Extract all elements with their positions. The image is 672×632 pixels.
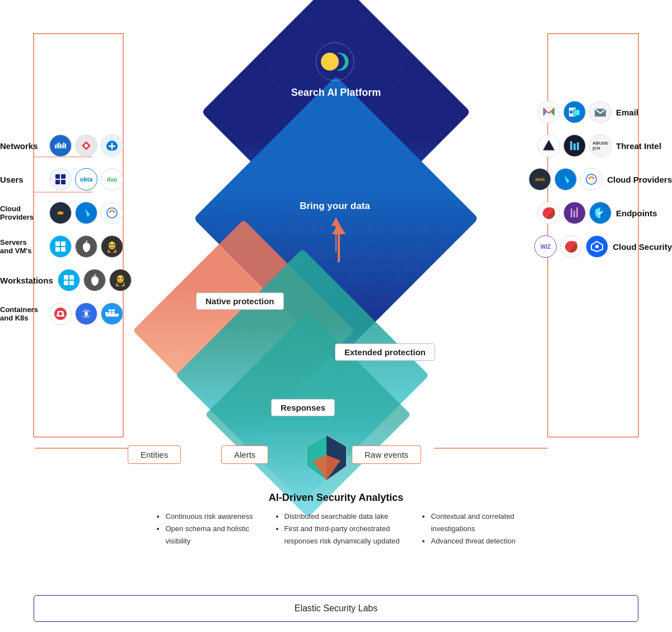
sidebar-item-networks: Networks xyxy=(0,134,132,157)
esl-label: Elastic Security Labs xyxy=(295,603,378,613)
users-icons: okta duo xyxy=(49,168,123,190)
ai-bullets: Continuous risk awareness Open schema an… xyxy=(67,510,605,547)
ai-title: AI-Driven Security Analytics xyxy=(67,492,605,504)
cloud-providers-left-icons: aws xyxy=(49,202,123,224)
raw-events-box: Raw events xyxy=(352,445,421,464)
ai-bullet-2-2: First and third-party orchestratedrespon… xyxy=(284,523,400,547)
sidebar-item-workstations: Workstations xyxy=(0,269,132,291)
svg-point-42 xyxy=(85,312,88,315)
ai-bullet-3-1: Contextual and correlatedinvestigations xyxy=(431,510,515,535)
svg-point-30 xyxy=(110,244,111,246)
svg-point-38 xyxy=(121,278,123,280)
svg-rect-44 xyxy=(109,312,111,314)
okta-icon: okta xyxy=(75,168,97,190)
ai-bullet-1-2: Open schema and holisticvisibility xyxy=(165,523,253,547)
sidebar-item-users: Users okta duo xyxy=(0,168,132,190)
svg-rect-20 xyxy=(55,180,60,184)
ai-bullet-2-1: Distributed searchable data lake xyxy=(284,510,400,523)
servers-label: Serversand VM's xyxy=(0,238,45,255)
svg-point-37 xyxy=(118,278,119,280)
svg-rect-13 xyxy=(58,142,59,148)
entities-box: Entities xyxy=(128,445,181,464)
svg-rect-34 xyxy=(64,281,68,285)
svg-rect-12 xyxy=(57,143,58,148)
endpoints-icons xyxy=(538,202,612,224)
svg-rect-26 xyxy=(61,241,66,246)
cloud-security-label: Cloud Security xyxy=(613,242,672,252)
email-label: Email xyxy=(616,108,672,117)
outlook-icon xyxy=(563,101,586,123)
abusech-icon: ABUSE|CH xyxy=(589,134,612,157)
sidebar-item-servers: Serversand VM's xyxy=(0,235,132,258)
svg-rect-43 xyxy=(105,312,108,314)
diagram-container: Search AI Platform Bring your data Nativ… xyxy=(0,0,672,632)
svg-rect-16 xyxy=(63,142,64,148)
networks-label: Networks xyxy=(0,141,45,151)
sidebar-item-cloud-security: WIZ Cloud Security xyxy=(529,235,672,258)
svg-rect-60 xyxy=(576,207,578,217)
ai-col-3: Contextual and correlatedinvestigations … xyxy=(422,510,515,547)
apple-icon-servers xyxy=(75,235,97,258)
sidebar-item-threat-intel: ABUSE|CH Threat Intel xyxy=(529,134,672,157)
svg-rect-11 xyxy=(55,145,56,148)
extended-protection-box: Extended protection xyxy=(335,343,435,361)
vectra-icon xyxy=(563,202,586,224)
crowdstrike-icon xyxy=(538,202,560,224)
cloud-providers-left-label: CloudProviders xyxy=(0,205,45,221)
alerts-box: Alerts xyxy=(221,445,268,464)
svg-text:aws: aws xyxy=(57,212,64,215)
svg-rect-33 xyxy=(69,275,74,280)
svg-point-62 xyxy=(595,245,599,248)
wiz-icon: WIZ xyxy=(534,235,557,258)
elastic-security-logo xyxy=(301,433,352,483)
linux-icon-servers xyxy=(101,235,123,258)
cisco-icon xyxy=(49,134,72,157)
svg-rect-54 xyxy=(573,143,576,150)
native-protection-box: Native protection xyxy=(196,292,284,310)
kubernetes-icon xyxy=(75,303,97,325)
cloud-providers-right-icons: aws xyxy=(529,168,603,190)
svg-rect-32 xyxy=(64,275,68,280)
meraki-icon xyxy=(75,134,97,157)
networks-icons xyxy=(49,134,123,157)
ai-bullet-1-1: Continuous risk awareness xyxy=(165,510,253,523)
svg-point-9 xyxy=(321,53,339,71)
right-sidebar: Email ABUSE|CH xyxy=(529,101,672,269)
svg-rect-35 xyxy=(69,281,74,285)
svg-rect-25 xyxy=(55,241,60,246)
windows-icon-workstations xyxy=(58,269,80,291)
elastic-security-labs-box: Elastic Security Labs xyxy=(34,595,638,622)
svg-point-51 xyxy=(570,110,573,114)
ai-col-2: Distributed searchable data lake First a… xyxy=(276,510,400,547)
containers-label: Containersand K8s xyxy=(0,305,45,322)
cloud-providers-right-label: Cloud Providers xyxy=(607,175,672,184)
aws-icon-right: aws xyxy=(529,168,551,190)
svg-rect-50 xyxy=(574,110,580,115)
svg-rect-27 xyxy=(55,247,60,252)
duo-icon: duo xyxy=(101,168,123,190)
svg-rect-55 xyxy=(577,142,579,150)
svg-rect-59 xyxy=(573,211,575,217)
svg-rect-47 xyxy=(112,309,115,312)
svg-point-56 xyxy=(586,174,596,184)
svg-rect-14 xyxy=(60,143,61,148)
azure-icon-right xyxy=(554,168,577,190)
containers-icons xyxy=(49,303,123,325)
apple-icon-workstations xyxy=(83,269,106,291)
threat-intel-label: Threat Intel xyxy=(616,141,672,151)
users-label: Users xyxy=(0,175,45,184)
arrow-up-icon xyxy=(332,223,346,262)
left-sidebar: Networks xyxy=(0,134,132,336)
aws-icon-left: aws xyxy=(49,202,72,224)
search-ai-icon xyxy=(315,42,354,81)
sidebar-item-endpoints: Endpoints xyxy=(529,202,672,224)
svg-rect-21 xyxy=(61,180,66,184)
email-icons xyxy=(538,101,612,123)
svg-rect-53 xyxy=(570,141,572,150)
docker-icon xyxy=(101,303,123,325)
svg-rect-18 xyxy=(55,174,60,179)
barracuda-icon xyxy=(101,134,123,157)
svg-rect-15 xyxy=(62,145,63,148)
cloud-security-icons: WIZ xyxy=(534,235,608,258)
ai-section: AI-Driven Security Analytics Continuous … xyxy=(67,492,605,547)
